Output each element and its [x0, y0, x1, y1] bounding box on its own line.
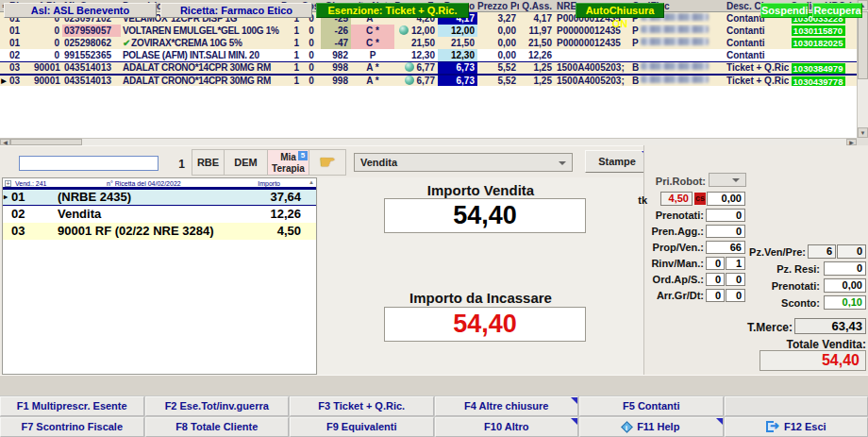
ubc-badge: 1030182025	[792, 38, 845, 48]
field-arr-gr-dt-1[interactable]: 0	[706, 289, 725, 302]
ricetta-button[interactable]: Ricetta: Farmaco Etico	[160, 3, 312, 18]
exit-icon: ➜	[766, 421, 780, 432]
grid-row[interactable]: 010025298062✔ZOVIRAX*CREMA 10G 5%10-47C …	[0, 37, 857, 49]
product-code-input[interactable]	[19, 156, 159, 171]
grid-row[interactable]: 020991552365POLASE (AFM) INT.SALI MIN. 2…	[0, 49, 857, 61]
sale-amount: 12,26	[270, 206, 301, 223]
field-pz-ven-pre-2[interactable]: 0	[837, 244, 866, 259]
field-label-ord-ap-s: Ord.Ap/S.:	[625, 274, 704, 285]
fkey-f8-totale-cliente[interactable]: F8 Totale Cliente	[145, 417, 290, 437]
vertical-scroll-thumb[interactable]	[858, 11, 868, 79]
fkey-label: F11 Help	[637, 421, 679, 432]
fkey-f2-ese-tot-inv-guerra[interactable]: F2 Ese.Tot/inv.guerra	[145, 396, 290, 416]
field-ord-ap-s-1[interactable]: 0	[706, 273, 725, 286]
field-label-rinv-man: Rinv/Man.:	[625, 258, 704, 269]
autochiusura-button[interactable]: AutoChiusura ON	[576, 3, 664, 18]
codfisc-redacted	[641, 25, 709, 33]
sospendi-button[interactable]: Sospendi	[760, 3, 809, 18]
fkey-label: F7 Scontrino Fiscale	[21, 421, 123, 432]
grid-row[interactable]: 0390001043514013ADALAT CRONO*14CPR 30MG …	[0, 61, 857, 75]
fkey-f12-esci[interactable]: ➜F12 Esci	[725, 417, 868, 437]
fkey-f10-altro[interactable]: F10 Altro	[435, 417, 579, 437]
fkey-label: F3 Ticket + Q.Ric.	[318, 400, 405, 412]
function-key-bar: F1 Multiprescr. EsenteF2 Ese.Tot/inv.gue…	[0, 395, 868, 437]
importo-vendita-title: Importo Vendita	[318, 182, 643, 198]
corner-marker-icon	[571, 418, 577, 425]
grid-row[interactable]: 010037959057VOLTAREN EMULGEL*GEL 100G 1%…	[0, 25, 857, 37]
fkey-label: F2 Ese.Tot/inv.guerra	[165, 400, 269, 412]
field-label-arr-gr-dt: Arr.Gr/Dt:	[625, 290, 704, 301]
sale-type-select[interactable]: Vendita	[354, 153, 573, 172]
grid-vertical-scrollbar[interactable]: ▲ ▼	[857, 0, 868, 138]
globe-icon	[405, 62, 414, 72]
pri-robot-label: Pri.Robot:	[604, 176, 706, 187]
fkey-label: F9 Equivalenti	[326, 421, 397, 432]
stampe-button[interactable]: Stampe	[585, 150, 649, 173]
totals-center-panel: Importo Vendita 54,40 Importo da Incassa…	[318, 177, 643, 375]
field-label-pren-agg: Pren.Agg.:	[625, 226, 704, 237]
scroll-right-icon[interactable]: ▶	[846, 139, 857, 145]
field-sconto[interactable]: 0,10	[824, 295, 866, 310]
fkey-label: F8 Totale Cliente	[175, 421, 258, 432]
sale-number: 03	[11, 223, 25, 240]
recupera-button[interactable]: Recupera	[812, 3, 862, 18]
field-pz-resi[interactable]: 0	[824, 261, 866, 276]
totale-vendita-label: Totale Vendita:	[755, 338, 866, 351]
codfisc-redacted	[641, 76, 709, 83]
fkey-f5-contanti[interactable]: F5 Contanti	[579, 396, 724, 416]
field-rinv-man-1[interactable]: 0	[706, 257, 725, 270]
sales-count-label: Vend.: 241	[15, 180, 46, 187]
status-bar	[0, 375, 868, 395]
asl-button[interactable]: Asl: ASL Benevento	[4, 3, 157, 18]
field-pren-agg[interactable]: 0	[706, 225, 745, 238]
grid-horizontal-scrollbar[interactable]: ◀ ▶	[0, 138, 857, 145]
grid-header-prezzo-pr[interactable]: Prezzo Pr.	[477, 0, 519, 11]
horizontal-scroll-thumb[interactable]	[10, 139, 82, 145]
cs-value-field[interactable]: 0,00	[707, 192, 745, 206]
sale-number: 02	[11, 206, 25, 223]
grid-header-q-ass[interactable]: Q.Ass.	[519, 0, 555, 11]
field-prenotati[interactable]: 0,00	[824, 278, 866, 293]
fkey-f4-altre-chiusure[interactable]: F4 Altre chiusure	[435, 396, 579, 416]
fkey-f9-equivalenti[interactable]: F9 Equivalenti	[290, 417, 434, 437]
fkey-f11-help[interactable]: iF11 Help	[579, 417, 724, 437]
grid-empty-area	[0, 86, 857, 138]
sales-list-row[interactable]: 02Vendita12,26	[3, 206, 316, 223]
list-scroll-up-icon[interactable]: ▲	[309, 179, 314, 185]
fkey-f7-scontrino-fiscale[interactable]: F7 Scontrino Fiscale	[0, 417, 144, 437]
expand-icon[interactable]: +	[5, 180, 11, 187]
scrollbar-corner	[857, 138, 868, 145]
ubc-badge: 1030384979	[792, 63, 845, 74]
codfisc-redacted	[641, 62, 709, 70]
esenzione-button[interactable]: Esenzione: Ticket + Q.Ric.	[316, 3, 469, 18]
dem-button[interactable]: DEM	[224, 149, 267, 176]
chevron-down-icon	[732, 178, 740, 182]
codfisc-redacted	[641, 38, 709, 45]
globe-icon	[399, 25, 409, 35]
mia-terapia-badge: 5	[298, 151, 308, 160]
importo-incassare-title: Importo da Incassare	[318, 290, 643, 306]
ricetta-date-label: n° Ricetta del 04/02/2022	[107, 180, 181, 187]
sales-list-row[interactable]: ▸01(NRBE 2435)37,64	[3, 189, 316, 206]
fkey-f3-ticket-q-ric[interactable]: F3 Ticket + Q.Ric.	[290, 396, 434, 416]
scroll-left-icon[interactable]: ◀	[0, 139, 10, 145]
sale-amount: 37,64	[270, 190, 301, 205]
confirm-hand-button[interactable]: ☛	[309, 149, 346, 176]
field-pz-ven-pre-1[interactable]: 6	[808, 244, 836, 259]
fkey-label: F10 Altro	[484, 421, 528, 432]
sales-list-row[interactable]: 0390001 RF (02/22 NRE 3284)4,50	[3, 223, 316, 240]
mia-terapia-button[interactable]: Mia Terapia 5	[267, 149, 309, 176]
scroll-down-icon[interactable]: ▼	[858, 127, 868, 138]
tk-value-field[interactable]: 4,50	[660, 192, 693, 206]
pointing-hand-icon: ☛	[319, 152, 335, 172]
pharmacy-pos-window: { "icons": { "table_corner": "≡", "list_…	[0, 0, 868, 437]
field-label-prop-ven: Prop/Ven.:	[625, 242, 704, 253]
field-prenotati[interactable]: 0	[706, 209, 745, 222]
rbe-button[interactable]: RBE	[192, 149, 224, 176]
row-marker	[0, 49, 8, 61]
field-label-prenotati: Prenotati:	[625, 210, 704, 221]
sale-amount: 4,50	[277, 223, 301, 240]
sale-type-value: Vendita	[360, 157, 397, 168]
pri-robot-select[interactable]	[709, 173, 746, 187]
fkey-f1-multiprescr-esente[interactable]: F1 Multiprescr. Esente	[0, 396, 144, 416]
